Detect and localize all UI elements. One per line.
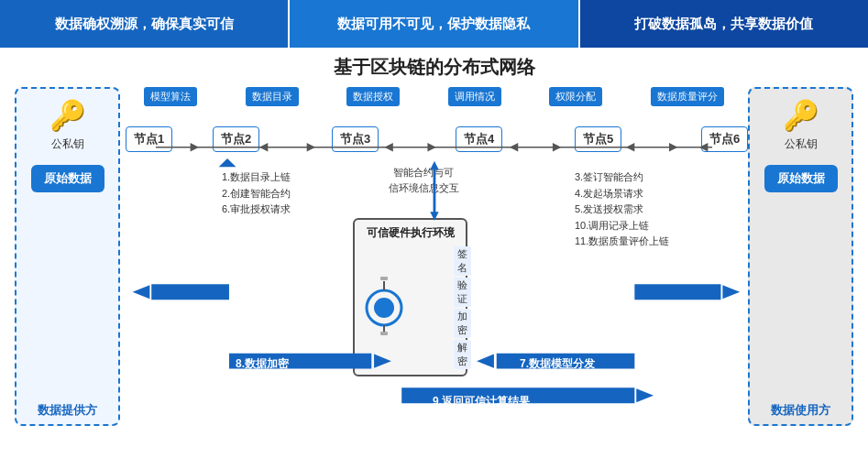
user-box: 🔑 公私钥 原始数据 数据使用方	[748, 87, 853, 426]
svg-marker-8	[626, 143, 634, 151]
diagram-wrapper: 🔑 公私钥 原始数据 数据提供方 模型算法 数据目录 数据授权 调用情况 权限分…	[15, 87, 853, 426]
network-area: 模型算法 数据目录 数据授权 调用情况 权限分配 数据质量评分	[120, 87, 748, 426]
db-right: 原始数据	[764, 165, 838, 192]
tee-interact-annotation: 智能合约与可 信环境信息交互	[368, 165, 478, 195]
svg-marker-5	[427, 143, 435, 151]
diagram-title: 基于区块链的分布式网络	[15, 55, 853, 80]
svg-marker-24	[722, 285, 740, 299]
tee-op-1: 验证	[454, 278, 471, 307]
node-4: 节点4	[456, 126, 502, 152]
svg-marker-4	[384, 143, 392, 151]
node-3: 节点3	[332, 126, 379, 152]
provider-box: 🔑 公私钥 原始数据 数据提供方	[15, 87, 120, 426]
svg-marker-7	[553, 143, 561, 151]
tee-ops: 签名 验证 加密 解密	[454, 246, 471, 369]
node-1: 节点1	[126, 126, 172, 152]
tee-op-3: 解密	[454, 340, 471, 369]
svg-rect-30	[380, 332, 388, 335]
tee-circle-graphic	[364, 277, 404, 339]
main-area: 基于区块链的分布式网络 🔑 公私钥 原始数据 数据提供方 模型算法 数据目录 数…	[0, 48, 868, 458]
tee-op-0: 签名	[454, 246, 471, 276]
provider-label: 数据提供方	[16, 402, 118, 419]
svg-marker-22	[636, 388, 654, 402]
page-container: 数据确权溯源，确保真实可信 数据可用不可见，保护数据隐私 打破数据孤岛，共享数据…	[0, 0, 868, 458]
key-icon-left: 🔑	[49, 98, 86, 133]
tag-1: 数据目录	[246, 87, 299, 106]
tag-4: 权限分配	[549, 87, 602, 106]
svg-marker-9	[669, 143, 677, 151]
model-dist-label: 7.数据模型分发	[520, 355, 595, 372]
tag-2: 数据授权	[346, 87, 400, 106]
left-annotation: 1.数据目录上链 2.创建智能合约 6.审批授权请求	[222, 169, 341, 218]
tag-5: 数据质量评分	[651, 87, 724, 106]
node-2: 节点2	[213, 126, 259, 152]
svg-marker-3	[307, 143, 315, 151]
svg-point-26	[374, 298, 394, 318]
svg-marker-6	[510, 143, 518, 151]
svg-marker-2	[259, 143, 268, 151]
banner-2: 数据可用不可见，保护数据隐私	[290, 0, 577, 48]
top-banners: 数据确权溯源，确保真实可信 数据可用不可见，保护数据隐私 打破数据孤岛，共享数据…	[0, 0, 868, 48]
result-return-label: 9.返回可信计算结果	[433, 393, 530, 409]
tee-title: 可信硬件执行环境	[364, 225, 456, 241]
node-6: 节点6	[701, 126, 748, 152]
node-5: 节点5	[575, 126, 621, 152]
key-label-right: 公私钥	[785, 136, 818, 152]
banner-3: 打破数据孤岛，共享数据价值	[580, 0, 868, 48]
tag-0: 模型算法	[144, 87, 197, 106]
tee-op-2: 加密	[454, 309, 471, 338]
svg-rect-29	[380, 277, 388, 280]
svg-marker-11	[219, 158, 236, 167]
key-icon-right: 🔑	[783, 98, 819, 133]
svg-marker-1	[191, 143, 199, 151]
tee-box: 可信硬件执行环境	[353, 218, 467, 376]
tags-row: 模型算法 数据目录 数据授权 调用情况 权限分配 数据质量评分	[126, 87, 742, 106]
full-diagram: 节点1 节点2 节点3 节点4 节点5 节点6 1.数据目录上链 2.创建智能合…	[126, 110, 742, 440]
key-label-left: 公私钥	[51, 136, 84, 152]
svg-marker-16	[133, 285, 150, 299]
db-left: 原始数据	[31, 165, 104, 192]
banner-1: 数据确权溯源，确保真实可信	[0, 0, 288, 48]
encrypt-label: 8.数据加密	[236, 355, 289, 372]
user-label: 数据使用方	[750, 402, 852, 419]
right-annotation: 3.签订智能合约 4.发起场景请求 5.发送授权需求 10.调用记录上链 11.…	[575, 169, 708, 250]
svg-marker-20	[477, 354, 494, 368]
tag-3: 调用情况	[448, 87, 501, 106]
